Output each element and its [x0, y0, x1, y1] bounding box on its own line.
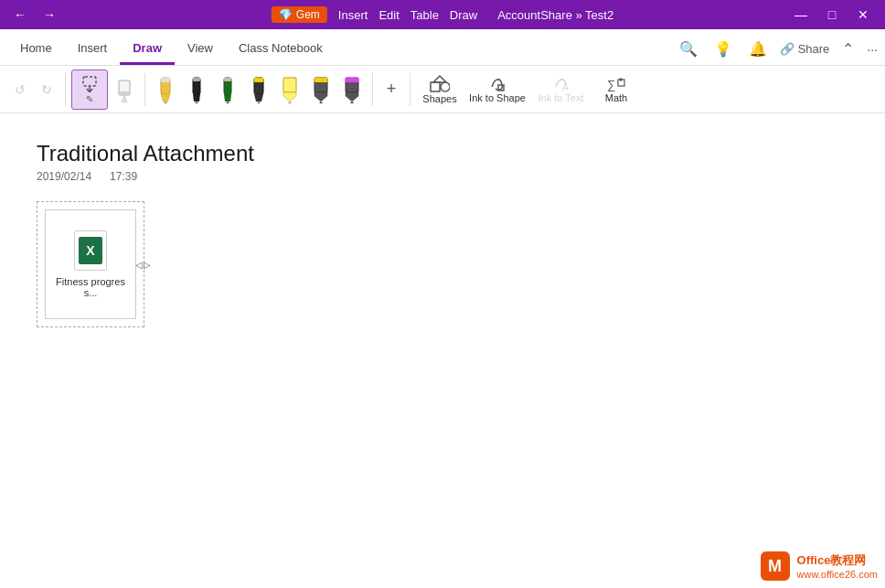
- notifications-icon[interactable]: 🔔: [745, 38, 771, 59]
- pen-3-button[interactable]: [213, 69, 242, 110]
- math-label: Math: [605, 92, 627, 103]
- redo-button[interactable]: ↻: [34, 77, 59, 102]
- ink-to-text-button[interactable]: A Ink to Text: [531, 69, 591, 110]
- ink-to-text-icon: A: [553, 76, 570, 92]
- watermark-logo: M: [761, 551, 790, 581]
- lightbulb-icon[interactable]: 💡: [710, 38, 736, 59]
- ink-to-shape-button[interactable]: Ink to Shape: [465, 69, 529, 110]
- svg-marker-25: [315, 92, 327, 102]
- gem-button[interactable]: 💎 Gem: [272, 6, 327, 23]
- page-title: Traditional Attachment: [37, 141, 848, 166]
- svg-marker-22: [283, 92, 296, 102]
- tab-draw[interactable]: Draw: [120, 36, 175, 65]
- svg-rect-27: [315, 78, 327, 82]
- highlighter-3-button[interactable]: [337, 69, 367, 110]
- highlighter-2-button[interactable]: [306, 69, 336, 110]
- draw-toolbar: ↺ ↻ ✎: [0, 66, 885, 113]
- svg-marker-11: [195, 102, 198, 103]
- resize-left-arrow: ◁: [135, 260, 143, 270]
- separator-3: [372, 73, 373, 106]
- minimize-button[interactable]: —: [786, 2, 816, 27]
- ink-to-shape-label: Ink to Shape: [469, 92, 526, 103]
- tab-class-notebook[interactable]: Class Notebook: [226, 36, 336, 65]
- ribbon-tabs: Home Insert Draw View Class Notebook 🔍 💡…: [0, 29, 885, 66]
- resize-handle[interactable]: ◁ ▷: [135, 260, 151, 270]
- svg-rect-16: [224, 78, 231, 81]
- eraser-button[interactable]: [110, 69, 139, 110]
- page-meta: 2019/02/14 17:39: [37, 170, 848, 183]
- excel-letter: X: [79, 237, 102, 264]
- svg-text:∑: ∑: [607, 78, 615, 91]
- attachment-file[interactable]: X Fitness progress...: [45, 209, 136, 319]
- shapes-button[interactable]: Shapes: [416, 69, 464, 110]
- tabs-right-actions: 🔍 💡 🔔 🔗 Share ⌃ ···: [676, 38, 878, 65]
- undo-redo-group: ↺ ↻: [7, 77, 59, 102]
- resize-right-arrow: ▷: [144, 260, 151, 270]
- svg-marker-34: [433, 76, 446, 82]
- undo-button[interactable]: ↺: [7, 77, 33, 102]
- content-area: Traditional Attachment 2019/02/14 17:39 …: [0, 113, 885, 588]
- ink-to-shape-icon-row: [489, 76, 506, 92]
- pen-2-button[interactable]: [182, 69, 211, 110]
- tab-insert[interactable]: Insert: [65, 36, 121, 65]
- tab-view[interactable]: View: [175, 36, 226, 65]
- forward-button[interactable]: →: [37, 2, 62, 27]
- watermark-site-name: Office教程网: [797, 552, 878, 569]
- shapes-icon: [430, 75, 450, 93]
- pen-1-button[interactable]: [151, 69, 180, 110]
- share-icon: 🔗: [780, 42, 794, 56]
- attachment-container[interactable]: ◁ ▷ X Fitness progress...: [37, 201, 144, 327]
- pen-1-icon: [156, 76, 175, 103]
- app-window: ← → 💎 Gem Insert Edit Table Draw Account…: [0, 0, 885, 588]
- svg-rect-8: [161, 78, 170, 82]
- page-content: Traditional Attachment 2019/02/14 17:39 …: [0, 113, 885, 355]
- separator-2: [144, 73, 145, 106]
- gem-label: Gem: [296, 8, 320, 21]
- eraser-icon: [115, 77, 133, 102]
- svg-marker-15: [226, 102, 229, 103]
- watermark-logo-icon: M: [768, 557, 782, 576]
- svg-marker-23: [288, 102, 292, 103]
- pen-4-icon: [250, 76, 268, 103]
- separator-1: [65, 73, 66, 106]
- more-options-icon[interactable]: ···: [867, 42, 878, 57]
- window-controls: — □ ✕: [786, 2, 878, 27]
- tab-home[interactable]: Home: [7, 36, 65, 65]
- math-button[interactable]: ∑ Math: [592, 69, 640, 110]
- title-menu-draw[interactable]: Draw: [444, 8, 483, 22]
- close-button[interactable]: ✕: [848, 2, 878, 27]
- highlighter-2-icon: [311, 76, 331, 103]
- svg-rect-32: [431, 82, 440, 91]
- watermark-text: Office教程网 www.office26.com: [797, 552, 878, 580]
- lasso-label: ✎: [86, 94, 93, 104]
- highlighter-3-icon: [342, 76, 362, 103]
- title-menu-table[interactable]: Table: [405, 8, 444, 22]
- back-button[interactable]: ←: [7, 2, 33, 27]
- maximize-button[interactable]: □: [817, 2, 847, 27]
- share-button[interactable]: 🔗 Share: [780, 42, 830, 56]
- svg-rect-21: [283, 78, 296, 92]
- title-menu-insert[interactable]: Insert: [333, 8, 374, 22]
- svg-rect-0: [83, 77, 96, 86]
- svg-marker-30: [350, 102, 354, 103]
- lasso-select-button[interactable]: ✎: [71, 69, 108, 110]
- shapes-label: Shapes: [422, 93, 456, 104]
- math-icon: ∑: [606, 76, 626, 92]
- lasso-icon: [80, 74, 99, 92]
- svg-marker-6: [161, 94, 170, 102]
- gem-icon: 💎: [279, 8, 293, 21]
- svg-marker-4: [122, 95, 127, 102]
- collapse-ribbon-icon[interactable]: ⌃: [838, 38, 858, 59]
- page-time: 17:39: [110, 170, 137, 183]
- title-menu-edit[interactable]: Edit: [373, 8, 404, 22]
- svg-marker-29: [346, 92, 358, 102]
- highlighter-1-button[interactable]: [275, 69, 304, 110]
- pen-4-button[interactable]: [244, 69, 273, 110]
- svg-text:A: A: [562, 82, 569, 92]
- title-bar: ← → 💎 Gem Insert Edit Table Draw Account…: [0, 0, 885, 29]
- search-icon[interactable]: 🔍: [676, 38, 701, 59]
- add-tool-button[interactable]: +: [379, 77, 404, 102]
- title-menu: Insert Edit Table Draw: [333, 8, 483, 22]
- page-date: 2019/02/14: [37, 170, 91, 183]
- ink-to-text-label: Ink to Text: [538, 92, 584, 103]
